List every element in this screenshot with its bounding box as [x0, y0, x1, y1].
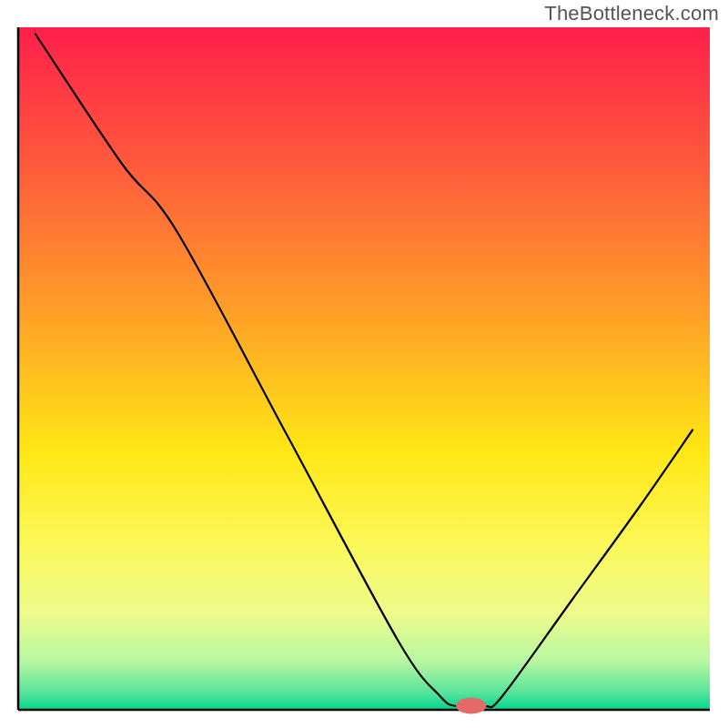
watermark-text: TheBottleneck.com — [544, 2, 719, 25]
bottleneck-chart — [0, 0, 728, 728]
plot-background — [18, 27, 710, 710]
optimum-marker — [456, 698, 486, 714]
chart-container: TheBottleneck.com — [0, 0, 728, 728]
